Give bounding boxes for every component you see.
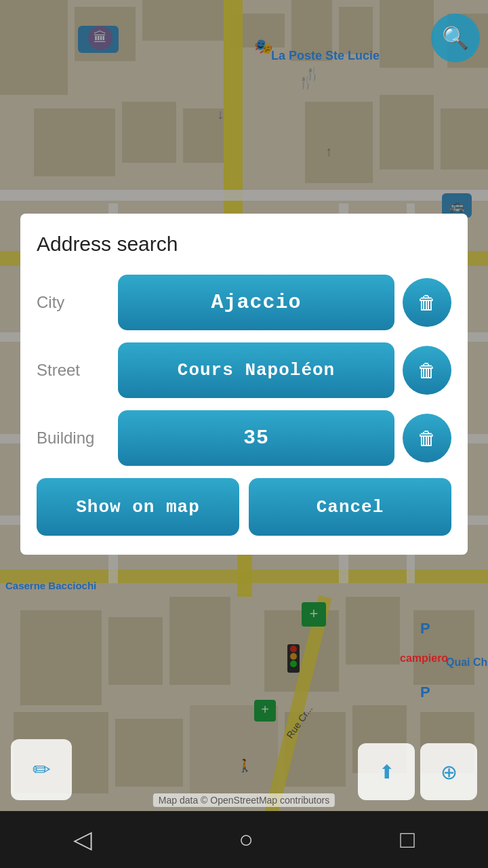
building-delete-button[interactable]: 🗑: [403, 414, 451, 462]
draw-icon: ✏: [33, 757, 51, 783]
share-button[interactable]: ⬆: [358, 743, 415, 800]
map-label-poste: La Poste Ste Lucie: [271, 49, 380, 63]
city-label: City: [37, 293, 118, 312]
share-icon: ⬆: [379, 761, 394, 783]
locate-button[interactable]: ⊕: [420, 743, 477, 800]
navigation-bar: ◁ ○ □: [0, 811, 488, 868]
show-on-map-button[interactable]: Show on map: [37, 478, 239, 536]
building-delete-icon: 🗑: [418, 427, 436, 450]
home-button[interactable]: ○: [239, 825, 253, 854]
map-label-caserne: Caserne Bacciochi: [5, 580, 96, 591]
back-button[interactable]: ◁: [73, 825, 92, 854]
map-label-parking1: P: [420, 620, 430, 637]
map-controls-right: ⬆ ⊕: [358, 743, 477, 800]
street-delete-icon: 🗑: [418, 359, 436, 382]
draw-tool-button[interactable]: ✏: [11, 739, 72, 800]
map-credit: Map data © OpenStreetMap contributors: [153, 793, 335, 807]
search-icon: 🔍: [442, 25, 469, 51]
city-delete-icon: 🗑: [418, 292, 436, 314]
map-label-parking2: P: [420, 684, 430, 701]
map-label-quai: Quai Ch: [446, 656, 487, 669]
street-row: Street Cours Napoléon 🗑: [37, 342, 451, 398]
map-label-campiero: campiero: [400, 652, 448, 665]
city-row: City Ajaccio 🗑: [37, 275, 451, 330]
dialog-title: Address search: [37, 233, 451, 256]
building-button[interactable]: 35: [118, 410, 394, 466]
building-label: Building: [37, 429, 118, 448]
street-delete-button[interactable]: 🗑: [403, 346, 451, 395]
street-label: Street: [37, 361, 118, 380]
locate-icon: ⊕: [441, 760, 458, 784]
street-button[interactable]: Cours Napoléon: [118, 342, 394, 398]
action-row: Show on map Cancel: [37, 478, 451, 536]
search-button[interactable]: 🔍: [431, 14, 480, 62]
city-button[interactable]: Ajaccio: [118, 275, 394, 330]
cancel-button[interactable]: Cancel: [249, 478, 451, 536]
building-row: Building 35 🗑: [37, 410, 451, 466]
address-search-dialog: Address search City Ajaccio 🗑 Street Cou…: [20, 214, 468, 555]
recents-button[interactable]: □: [400, 825, 415, 854]
city-delete-button[interactable]: 🗑: [403, 278, 451, 327]
